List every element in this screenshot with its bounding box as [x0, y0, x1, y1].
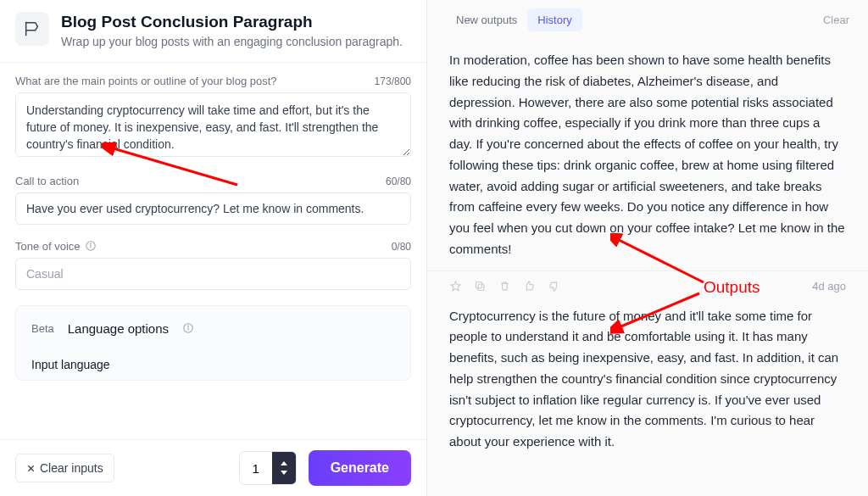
right-pane: New outputs History Clear In moderation,… — [427, 0, 868, 496]
output-timestamp: 4d ago — [812, 280, 846, 293]
up-down-icon — [280, 461, 288, 475]
output-tabs: New outputs History Clear — [427, 0, 868, 38]
template-title: Blog Post Conclusion Paragraph — [61, 12, 403, 32]
svg-marker-10 — [451, 281, 460, 290]
svg-marker-8 — [281, 461, 287, 465]
svg-point-5 — [188, 326, 189, 326]
star-icon[interactable] — [449, 280, 462, 293]
output-text: In moderation, coffee has been shown to … — [449, 53, 845, 256]
output-card: Cryptocurrency is the future of money an… — [427, 294, 868, 461]
template-header: Blog Post Conclusion Paragraph Wrap up y… — [0, 0, 426, 63]
tab-new-outputs[interactable]: New outputs — [446, 8, 527, 31]
close-icon — [26, 464, 36, 473]
points-counter: 173/800 — [375, 75, 411, 87]
trash-icon[interactable] — [498, 280, 511, 293]
tone-counter: 0/80 — [392, 241, 411, 253]
cta-label: Call to action — [15, 175, 79, 187]
output-text: Cryptocurrency is the future of money an… — [449, 309, 838, 449]
quantity-stepper[interactable] — [239, 451, 297, 485]
copy-icon[interactable] — [474, 280, 487, 293]
template-icon — [15, 12, 49, 46]
outputs-list: In moderation, coffee has been shown to … — [427, 38, 868, 496]
clear-inputs-label: Clear inputs — [40, 461, 103, 475]
clear-inputs-button[interactable]: Clear inputs — [15, 454, 114, 482]
svg-rect-12 — [476, 281, 482, 288]
input-language-label: Input language — [31, 358, 395, 371]
thumbs-down-icon[interactable] — [548, 280, 560, 293]
quantity-input[interactable] — [240, 461, 272, 476]
clear-outputs-link[interactable]: Clear — [823, 14, 849, 26]
points-input[interactable]: Understanding cryptocurrency will take t… — [15, 92, 411, 157]
cta-counter: 60/80 — [386, 176, 411, 187]
info-icon — [182, 322, 194, 334]
output-card: In moderation, coffee has been shown to … — [427, 38, 868, 269]
tone-input[interactable] — [15, 258, 411, 290]
quantity-arrows[interactable] — [272, 451, 296, 485]
tone-label: Tone of voice — [15, 240, 81, 253]
thumbs-up-icon[interactable] — [523, 280, 536, 293]
info-icon — [85, 240, 97, 252]
output-meta-row: 4d ago — [427, 271, 868, 294]
language-options-box: Beta Language options Input language — [15, 305, 411, 381]
svg-marker-9 — [281, 471, 287, 475]
cta-input[interactable] — [15, 192, 411, 225]
svg-point-2 — [90, 243, 91, 244]
left-pane: Blog Post Conclusion Paragraph Wrap up y… — [0, 0, 427, 496]
template-subtitle: Wrap up your blog posts with an engaging… — [61, 35, 403, 48]
flag-icon — [23, 20, 42, 38]
language-options-title: Language options — [68, 321, 169, 336]
svg-rect-11 — [478, 284, 484, 291]
form-area: What are the main points or outline of y… — [0, 63, 426, 439]
points-label: What are the main points or outline of y… — [15, 75, 277, 87]
generate-button[interactable]: Generate — [309, 450, 411, 486]
footer-bar: Clear inputs Generate — [0, 439, 426, 496]
beta-badge: Beta — [31, 322, 54, 335]
tab-history[interactable]: History — [527, 8, 581, 31]
